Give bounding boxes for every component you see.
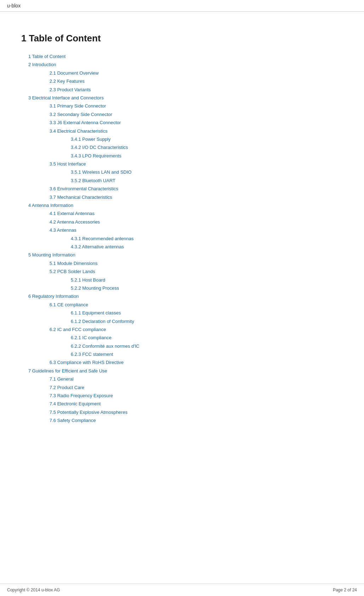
toc-item[interactable]: 3 Electrical Interface and Connectors	[28, 94, 343, 102]
toc-item[interactable]: 3.4 Electrical Characteristics	[50, 127, 343, 135]
toc-item[interactable]: 7.2 Product Care	[50, 383, 343, 392]
toc-item[interactable]: 3.1 Primary Side Connector	[50, 102, 343, 110]
toc-item[interactable]: 3.4.2 I/O DC Characteristics	[71, 143, 343, 151]
toc-item[interactable]: 6.2.1 IC compliance	[71, 334, 343, 342]
page-title: 1 Table of Content	[21, 33, 343, 44]
toc-item[interactable]: 2.1 Document Overview	[50, 69, 343, 77]
toc-item[interactable]: 6.1.2 Declaration of Conformity	[71, 317, 343, 325]
toc-item[interactable]: 6.2.3 FCC statement	[71, 350, 343, 358]
toc-item[interactable]: 7.1 General	[50, 375, 343, 383]
toc-item[interactable]: 7.4 Electronic Equipment	[50, 400, 343, 408]
toc-item[interactable]: 3.7 Mechanical Characteristics	[50, 193, 343, 201]
toc-item[interactable]: 7.3 Radio Frequency Exposure	[50, 392, 343, 400]
toc-item[interactable]: 6.2.2 Conformité aux normes d'IC	[71, 342, 343, 350]
toc-item[interactable]: 7.6 Safety Compliance	[50, 416, 343, 424]
toc-item[interactable]: 2.3 Product Variants	[50, 86, 343, 94]
toc-item[interactable]: 4 Antenna Information	[28, 201, 343, 209]
toc-item[interactable]: 4.3.1 Recommended antennas	[71, 235, 343, 243]
page-number: Page 2 of 24	[333, 588, 357, 592]
toc-item[interactable]: 6 Regulatory Information	[28, 292, 343, 300]
toc-item[interactable]: 4.2 Antenna Accessories	[50, 218, 343, 226]
page-content: 1 Table of Content 1 Table of Content2 I…	[0, 12, 364, 453]
toc-item[interactable]: 5.1 Module Dimensions	[50, 259, 343, 267]
toc-item[interactable]: 7 Guidelines for Efficient and Safe Use	[28, 367, 343, 375]
toc-item[interactable]: 2.2 Key Features	[50, 77, 343, 85]
toc-item[interactable]: 3.5 Host Interface	[50, 160, 343, 168]
page-footer: Copyright © 2014 u-blox AG Page 2 of 24	[0, 584, 364, 596]
toc-item[interactable]: 5.2.2 Mounting Process	[71, 284, 343, 292]
page-header: u-blox	[0, 0, 364, 12]
toc-item[interactable]: 4.3 Antennas	[50, 226, 343, 234]
toc-item[interactable]: 5.2 PCB Solder Lands	[50, 267, 343, 276]
toc-container: 1 Table of Content2 Introduction2.1 Docu…	[21, 52, 343, 425]
toc-item[interactable]: 6.3 Compliance with RoHS Directive	[50, 358, 343, 366]
company-logo: u-blox	[7, 3, 21, 8]
toc-item[interactable]: 3.3 J6 External Antenna Connector	[50, 118, 343, 127]
page-container: u-blox 1 Table of Content 1 Table of Con…	[0, 0, 364, 596]
toc-item[interactable]: 6.1.1 Equipment classes	[71, 309, 343, 317]
toc-item[interactable]: 3.2 Secondary Side Connector	[50, 110, 343, 118]
toc-item[interactable]: 3.6 Environmental Characteristics	[50, 185, 343, 193]
toc-item[interactable]: 5.2.1 Host Board	[71, 276, 343, 284]
toc-item[interactable]: 3.5.2 Bluetooth UART	[71, 177, 343, 185]
toc-item[interactable]: 3.4.3 LPO Requirements	[71, 152, 343, 160]
toc-item[interactable]: 3.4.1 Power Supply	[71, 135, 343, 143]
toc-item[interactable]: 7.5 Potentially Explosive Atmospheres	[50, 408, 343, 416]
toc-item[interactable]: 5 Mounting Information	[28, 251, 343, 259]
copyright-text: Copyright © 2014 u-blox AG	[7, 588, 60, 592]
toc-item[interactable]: 6.2 IC and FCC compliance	[50, 325, 343, 334]
toc-item[interactable]: 2 Introduction	[28, 60, 343, 69]
toc-item[interactable]: 4.3.2 Alternative antennas	[71, 243, 343, 251]
toc-item[interactable]: 3.5.1 Wireless LAN and SDIO	[71, 168, 343, 176]
toc-item[interactable]: 1 Table of Content	[28, 52, 343, 60]
toc-item[interactable]: 6.1 CE compliance	[50, 301, 343, 309]
toc-item[interactable]: 4.1 External Antennas	[50, 209, 343, 218]
